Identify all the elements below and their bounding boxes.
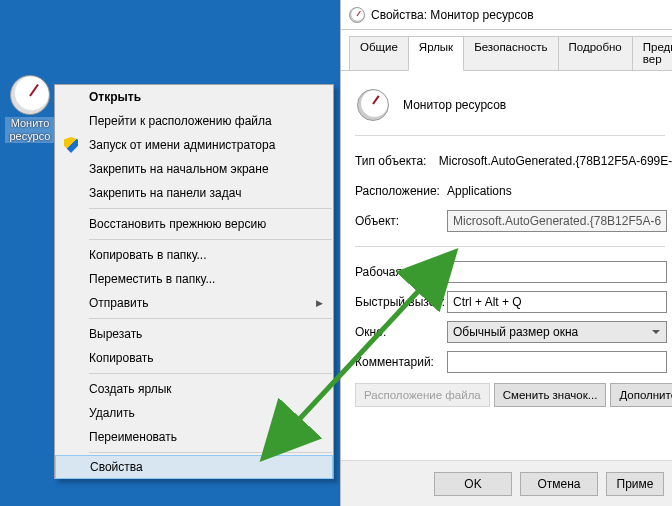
label-comment: Комментарий:	[355, 355, 447, 369]
properties-body: Тип объекта: Microsoft.AutoGenerated.{78…	[341, 71, 672, 407]
menu-separator	[89, 318, 332, 319]
label-start-in: Рабочая папка:	[355, 265, 447, 279]
gauge-icon	[349, 7, 365, 23]
shield-icon	[62, 136, 80, 154]
menu-item-rename[interactable]: Переименовать	[55, 425, 333, 449]
change-icon-button[interactable]: Сменить значок...	[494, 383, 607, 407]
apply-button[interactable]: Приме	[606, 472, 664, 496]
dialog-button-bar: OK Отмена Приме	[341, 460, 672, 506]
ok-button[interactable]: OK	[434, 472, 512, 496]
tab-shortcut[interactable]: Ярлык	[408, 36, 464, 71]
menu-item-open-location[interactable]: Перейти к расположению файла	[55, 109, 333, 133]
submenu-arrow-icon: ▶	[316, 298, 323, 308]
menu-item-properties[interactable]: Свойства	[55, 455, 333, 479]
window-title: Свойства: Монитор ресурсов	[371, 8, 534, 22]
properties-window: Свойства: Монитор ресурсов Общие Ярлык Б…	[340, 0, 672, 506]
tab-details[interactable]: Подробно	[558, 36, 633, 71]
tab-security[interactable]: Безопасность	[463, 36, 558, 71]
label-target-location: Расположение:	[355, 184, 447, 198]
context-menu: Открыть Перейти к расположению файла Зап…	[54, 84, 334, 479]
menu-item-cut[interactable]: Вырезать	[55, 322, 333, 346]
comment-input[interactable]	[447, 351, 667, 373]
menu-item-send-to[interactable]: Отправить▶	[55, 291, 333, 315]
menu-item-delete[interactable]: Удалить	[55, 401, 333, 425]
value-target-type: Microsoft.AutoGenerated.{78B12F5A-699E-B…	[439, 154, 672, 168]
menu-item-run-as-admin[interactable]: Запуск от имени администратора	[55, 133, 333, 157]
label-run: Окно:	[355, 325, 447, 339]
menu-separator	[89, 239, 332, 240]
open-file-location-button: Расположение файла	[355, 383, 490, 407]
tab-strip: Общие Ярлык Безопасность Подробно Предыд…	[341, 30, 672, 71]
menu-item-copy[interactable]: Копировать	[55, 346, 333, 370]
gauge-icon	[10, 75, 50, 115]
menu-item-pin-taskbar[interactable]: Закрепить на панели задач	[55, 181, 333, 205]
menu-item-open[interactable]: Открыть	[55, 85, 333, 109]
tab-previous-versions[interactable]: Предыдущие вер	[632, 36, 672, 71]
menu-separator	[89, 452, 332, 453]
menu-item-create-shortcut[interactable]: Создать ярлык	[55, 377, 333, 401]
value-target-location: Applications	[447, 184, 512, 198]
menu-item-pin-start[interactable]: Закрепить на начальном экране	[55, 157, 333, 181]
desktop-shortcut-label: Мониторесурсо	[5, 117, 55, 143]
label-shortcut-key: Быстрый вызов:	[355, 295, 447, 309]
label-target: Объект:	[355, 214, 447, 228]
tab-general[interactable]: Общие	[349, 36, 409, 71]
cancel-button[interactable]: Отмена	[520, 472, 598, 496]
menu-separator	[89, 208, 332, 209]
shortcut-name-input[interactable]	[403, 98, 613, 112]
label-target-type: Тип объекта:	[355, 154, 439, 168]
menu-item-move-to[interactable]: Переместить в папку...	[55, 267, 333, 291]
menu-separator	[89, 373, 332, 374]
menu-item-copy-to[interactable]: Копировать в папку...	[55, 243, 333, 267]
start-in-input[interactable]	[447, 261, 667, 283]
advanced-button[interactable]: Дополнительно	[610, 383, 672, 407]
gauge-icon	[357, 89, 389, 121]
menu-item-restore-previous[interactable]: Восстановить прежнюю версию	[55, 212, 333, 236]
desktop-shortcut-resource-monitor[interactable]: Мониторесурсо	[5, 75, 55, 143]
target-input[interactable]	[447, 210, 667, 232]
shortcut-key-input[interactable]	[447, 291, 667, 313]
run-mode-select[interactable]: Обычный размер окна	[447, 321, 667, 343]
titlebar[interactable]: Свойства: Монитор ресурсов	[341, 0, 672, 30]
